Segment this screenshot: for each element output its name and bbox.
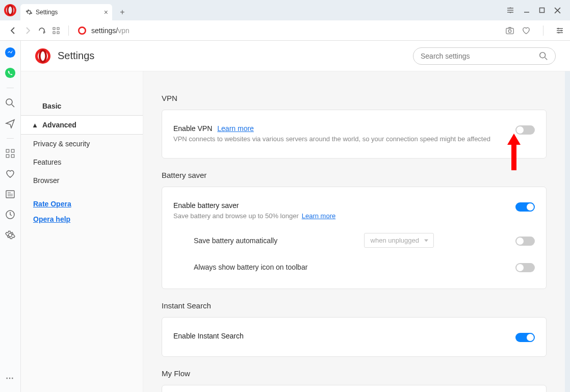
enable-battery-desc: Save battery and browse up to 50% longer… [173, 212, 515, 221]
title-bar: Settings × + [0, 0, 570, 20]
sidebar-item-basic[interactable]: Basic [21, 97, 143, 115]
svg-rect-19 [11, 154, 14, 158]
save-battery-auto-label: Save battery automatically [194, 237, 364, 245]
browser-tab[interactable]: Settings × [20, 4, 112, 20]
svg-point-7 [79, 27, 85, 34]
enable-instant-toggle[interactable] [515, 333, 535, 342]
svg-rect-17 [11, 149, 14, 152]
toolbar: settings/vpn [0, 20, 570, 41]
content-scroll[interactable]: VPN Enable VPNLearn more VPN connects to… [143, 71, 565, 392]
battery-card: Enable battery saver Save battery and br… [162, 187, 547, 289]
reload-button[interactable] [35, 23, 49, 38]
svg-point-12 [558, 32, 560, 33]
history-dock-icon[interactable] [5, 209, 16, 220]
svg-rect-8 [506, 28, 513, 34]
instant-card: Enable Instant Search [162, 317, 547, 357]
messenger-icon[interactable] [5, 47, 16, 58]
close-window-icon[interactable] [554, 7, 561, 14]
svg-rect-18 [6, 154, 9, 158]
svg-point-15 [6, 99, 12, 105]
opera-url-icon [78, 27, 86, 35]
url-prefix: settings/ [91, 27, 118, 35]
snapshot-icon[interactable] [505, 26, 514, 35]
opera-help-link[interactable]: Opera help [33, 215, 131, 223]
svg-point-10 [558, 28, 559, 29]
speed-dial-dock-icon[interactable] [5, 148, 16, 159]
enable-vpn-toggle[interactable] [515, 125, 535, 135]
sidebar-item-features[interactable]: Features [21, 153, 143, 171]
section-vpn-title: VPN [162, 94, 547, 102]
left-dock: ⋯ [0, 41, 21, 392]
section-myflow-title: My Flow [162, 369, 547, 378]
sidebar-item-privacy[interactable]: Privacy & security [21, 135, 143, 153]
save-battery-auto-select[interactable]: when unplugged [364, 233, 434, 248]
page-title: Settings [58, 50, 413, 62]
maximize-icon[interactable] [539, 7, 545, 13]
svg-rect-4 [57, 28, 59, 30]
svg-rect-6 [57, 32, 59, 34]
settings-content: VPN Enable VPNLearn more VPN connects to… [143, 71, 565, 392]
settings-sidebar: Basic ▴Advanced Privacy & security Featu… [21, 71, 143, 392]
gear-icon [25, 9, 33, 16]
easy-setup-toolbar-icon[interactable] [556, 27, 564, 35]
enable-battery-toggle[interactable] [515, 202, 535, 212]
whatsapp-icon[interactable] [5, 67, 16, 79]
myflow-card: My Flow is your personal space for links… [162, 385, 547, 392]
section-instant-title: Instant Search [162, 301, 547, 310]
svg-point-1 [8, 6, 13, 15]
sidebar-item-browser[interactable]: Browser [21, 171, 143, 190]
enable-instant-label: Enable Instant Search [173, 332, 515, 340]
send-dock-icon[interactable] [5, 118, 16, 129]
svg-point-11 [561, 30, 562, 31]
opera-header-icon [35, 48, 50, 64]
enable-vpn-desc: VPN connects to websites via various ser… [173, 135, 515, 144]
svg-rect-5 [53, 32, 55, 34]
vpn-learn-more-link[interactable]: Learn more [217, 124, 254, 133]
caret-up-icon: ▴ [33, 121, 38, 129]
enable-vpn-label: Enable VPNLearn more [173, 124, 515, 133]
easy-setup-icon[interactable] [506, 6, 514, 14]
search-dock-icon[interactable] [5, 97, 16, 109]
dock-more-icon[interactable]: ⋯ [6, 373, 15, 383]
svg-point-9 [508, 30, 511, 32]
search-settings-box[interactable] [413, 47, 556, 65]
heart-icon[interactable] [522, 26, 531, 35]
svg-point-24 [540, 52, 546, 58]
close-tab-icon[interactable]: × [104, 8, 108, 16]
enable-battery-label: Enable battery saver [173, 201, 515, 210]
news-dock-icon[interactable] [5, 189, 16, 200]
section-battery-title: Battery saver [162, 171, 547, 179]
vpn-card: Enable VPNLearn more VPN connects to web… [162, 110, 547, 159]
minimize-icon[interactable] [524, 7, 530, 13]
settings-header: Settings [21, 41, 570, 71]
heart-dock-icon[interactable] [5, 168, 16, 179]
svg-rect-2 [540, 8, 545, 13]
svg-point-23 [40, 50, 46, 62]
url-path: vpn [118, 27, 129, 35]
battery-icon-toolbar-toggle[interactable] [515, 263, 535, 272]
window-controls [506, 6, 570, 14]
new-tab-button[interactable]: + [116, 6, 128, 18]
settings-dock-icon[interactable] [5, 229, 16, 241]
search-icon [539, 51, 548, 61]
back-button[interactable] [6, 23, 20, 38]
tab-title: Settings [36, 9, 58, 16]
rate-opera-link[interactable]: Rate Opera [33, 200, 131, 208]
svg-point-22 [37, 49, 49, 62]
speed-dial-button[interactable] [49, 23, 63, 38]
battery-learn-more-link[interactable]: Learn more [302, 212, 335, 220]
svg-point-0 [5, 5, 15, 15]
address-bar[interactable]: settings/vpn [74, 27, 505, 35]
search-input[interactable] [421, 52, 539, 60]
save-battery-auto-toggle[interactable] [515, 237, 535, 246]
opera-logo-icon [4, 4, 16, 16]
battery-icon-toolbar-label: Always show battery icon on toolbar [194, 263, 515, 271]
svg-rect-3 [53, 28, 55, 30]
sidebar-item-advanced[interactable]: ▴Advanced [21, 115, 143, 135]
svg-point-14 [5, 68, 15, 78]
forward-button[interactable] [20, 23, 35, 38]
svg-rect-16 [6, 149, 9, 152]
